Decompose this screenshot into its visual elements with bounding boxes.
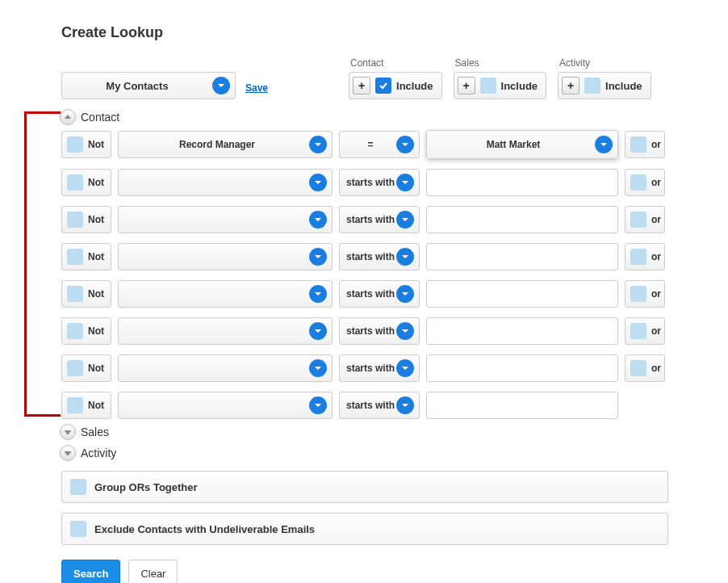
- not-label: Not: [88, 251, 104, 262]
- chevron-down-icon: [396, 359, 414, 377]
- field-select[interactable]: [118, 354, 333, 382]
- not-label: Not: [88, 325, 104, 337]
- or-label: or: [651, 325, 661, 337]
- or-toggle[interactable]: or: [625, 317, 665, 345]
- not-checkbox[interactable]: [67, 323, 83, 339]
- operator-select[interactable]: =: [339, 131, 420, 158]
- exclude-undeliverable-checkbox[interactable]: [70, 521, 86, 537]
- section-label-activity: Activity: [81, 447, 116, 459]
- plus-icon[interactable]: +: [562, 77, 579, 94]
- value-input[interactable]: [426, 280, 618, 308]
- value-input[interactable]: [426, 392, 618, 419]
- value-select[interactable]: Matt Market: [426, 130, 618, 159]
- or-checkbox[interactable]: [630, 360, 646, 376]
- section-header-contact[interactable]: Contact: [60, 109, 728, 125]
- exclude-undeliverable-option[interactable]: Exclude Contacts with Undeliverable Emai…: [61, 513, 668, 545]
- chevron-down-icon: [309, 285, 327, 303]
- operator-select[interactable]: starts with: [339, 169, 420, 196]
- section-header-sales[interactable]: Sales: [60, 424, 728, 440]
- or-label: or: [651, 214, 661, 225]
- not-checkbox[interactable]: [67, 136, 83, 153]
- not-toggle[interactable]: Not: [61, 392, 111, 419]
- chevron-down-icon: [396, 396, 414, 414]
- plus-icon[interactable]: +: [353, 77, 370, 94]
- operator-select[interactable]: starts with: [339, 206, 420, 233]
- not-checkbox[interactable]: [67, 360, 83, 376]
- group-ors-checkbox[interactable]: [70, 479, 86, 495]
- field-select[interactable]: [118, 392, 333, 419]
- value-input[interactable]: [426, 206, 618, 233]
- or-toggle[interactable]: or: [625, 243, 665, 271]
- operator-select[interactable]: starts with: [339, 243, 420, 271]
- section-label-sales: Sales: [81, 426, 109, 438]
- criteria-row: NotRecord Manager=Matt Marketor: [61, 130, 728, 159]
- not-toggle[interactable]: Not: [61, 317, 111, 345]
- operator-label: =: [345, 139, 396, 150]
- include-label: Include: [501, 80, 538, 92]
- chevron-down-icon: [60, 445, 76, 461]
- or-toggle[interactable]: or: [625, 354, 665, 382]
- include-checkbox[interactable]: [375, 78, 391, 94]
- plus-icon[interactable]: +: [458, 77, 475, 94]
- section-header-activity[interactable]: Activity: [60, 445, 728, 461]
- or-checkbox[interactable]: [630, 136, 646, 153]
- or-checkbox[interactable]: [630, 286, 646, 302]
- or-toggle[interactable]: or: [625, 280, 665, 308]
- include-checkbox[interactable]: [480, 78, 496, 94]
- chevron-down-icon: [309, 211, 327, 229]
- value-input[interactable]: [426, 169, 618, 196]
- group-ors-option[interactable]: Group ORs Together: [61, 471, 668, 503]
- field-select[interactable]: [118, 169, 333, 196]
- chevron-down-icon: [396, 248, 414, 266]
- clear-button[interactable]: Clear: [128, 560, 178, 583]
- not-checkbox[interactable]: [67, 174, 83, 191]
- field-select[interactable]: [118, 206, 333, 233]
- or-toggle[interactable]: or: [625, 131, 665, 158]
- save-link[interactable]: Save: [245, 82, 268, 94]
- or-toggle[interactable]: or: [625, 169, 665, 196]
- or-checkbox[interactable]: [630, 212, 646, 228]
- field-select[interactable]: [118, 243, 333, 271]
- search-button[interactable]: Search: [61, 560, 120, 583]
- value-input[interactable]: [426, 354, 618, 382]
- chevron-down-icon: [309, 248, 327, 266]
- criteria-row: Notstarts withor: [61, 280, 728, 308]
- include-checkbox[interactable]: [584, 78, 600, 94]
- not-toggle[interactable]: Not: [61, 280, 111, 308]
- chevron-up-icon: [60, 109, 76, 125]
- or-toggle[interactable]: or: [625, 206, 665, 233]
- not-checkbox[interactable]: [67, 212, 83, 228]
- chevron-down-icon: [309, 396, 327, 414]
- not-toggle[interactable]: Not: [61, 131, 111, 158]
- or-checkbox[interactable]: [630, 174, 646, 191]
- operator-select[interactable]: starts with: [339, 392, 420, 419]
- include-label: Include: [396, 80, 433, 92]
- not-toggle[interactable]: Not: [61, 243, 111, 271]
- chevron-down-icon: [212, 77, 230, 94]
- not-toggle[interactable]: Not: [61, 354, 111, 382]
- value-input[interactable]: [426, 317, 618, 345]
- or-checkbox[interactable]: [630, 249, 646, 265]
- field-select[interactable]: [118, 317, 333, 345]
- or-label: or: [651, 251, 661, 262]
- section-label-contact: Contact: [81, 111, 119, 124]
- not-toggle[interactable]: Not: [61, 206, 111, 233]
- not-checkbox[interactable]: [67, 397, 83, 413]
- criteria-row: Notstarts withor: [61, 243, 728, 271]
- value-input[interactable]: [426, 243, 618, 271]
- field-select[interactable]: Record Manager: [118, 131, 333, 158]
- not-label: Not: [88, 400, 104, 411]
- not-label: Not: [88, 139, 104, 150]
- operator-select[interactable]: starts with: [339, 354, 420, 382]
- not-checkbox[interactable]: [67, 286, 83, 302]
- field-select[interactable]: [118, 280, 333, 308]
- contacts-set-selector[interactable]: My Contacts: [61, 72, 236, 99]
- operator-select[interactable]: starts with: [339, 317, 420, 345]
- chevron-down-icon: [396, 174, 414, 191]
- criteria-row: Notstarts withor: [61, 317, 728, 345]
- or-checkbox[interactable]: [630, 323, 646, 339]
- chevron-down-icon: [396, 322, 414, 340]
- not-checkbox[interactable]: [67, 249, 83, 265]
- not-toggle[interactable]: Not: [61, 169, 111, 196]
- operator-select[interactable]: starts with: [339, 280, 420, 308]
